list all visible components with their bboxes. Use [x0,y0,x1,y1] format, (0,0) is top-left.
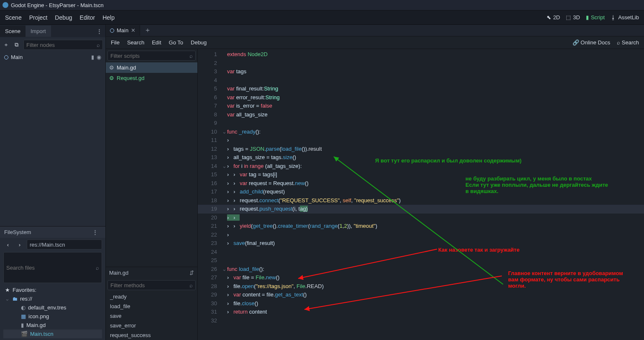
link-icon: 🔗 [572,39,581,46]
search-icon: ⌕ [617,39,622,46]
script-menu-goto[interactable]: Go To [169,39,183,46]
workspace-assetlib[interactable]: ⭳AssetLib [611,14,639,21]
node2d-icon [4,55,8,59]
tab-import[interactable]: Import [26,26,51,37]
document-tab[interactable]: Main ✕ [106,25,140,36]
scene-root-node[interactable]: Main ▮◉ [0,52,105,62]
tab-scene[interactable]: Scene [0,26,26,37]
script-list-item[interactable]: ⚙Main.gd [106,62,197,73]
search-icon: ⌕ [189,282,193,288]
code-editor[interactable]: 1extends Node2D23var tags45var final_res… [198,49,644,340]
script-crumb: Main.gd [109,270,128,276]
script-icon: ▮ [586,14,589,21]
folder-icon: 🖿 [12,296,18,302]
scene-icon: 🎬 [21,331,28,337]
fs-file[interactable]: 🎬Main.tscn [3,330,102,338]
fs-root[interactable]: ⌄🖿res:// [3,294,102,303]
image-icon: ▦ [21,313,26,319]
script-attached-icon[interactable]: ▮ [91,54,94,60]
search-icon: ⌕ [96,265,99,271]
download-icon: ⭳ [611,14,616,21]
cursor-icon: ⬉ [547,14,551,21]
link-button[interactable]: ⧉ [13,40,20,49]
filter-methods-input[interactable]: ⌕ [107,280,196,290]
nav-back-button[interactable]: ‹ [3,240,13,249]
method-item[interactable]: load_file [106,301,197,311]
online-docs-link[interactable]: 🔗 Online Docs [572,39,610,46]
workspace-3d[interactable]: ⬚3D [566,14,580,21]
new-tab-button[interactable]: ＋ [140,26,155,35]
script-menu-edit[interactable]: Edit [152,39,161,46]
fs-file[interactable]: ▮Main.gd [3,321,102,330]
window-title: Godot Engine - EtsyParser - Main.tscn [11,2,104,8]
fs-file[interactable]: ▦icon.png [3,312,102,321]
menu-debug[interactable]: Debug [55,14,72,21]
search-help-link[interactable]: ⌕ Search [617,39,639,46]
add-node-button[interactable]: ＋ [3,40,10,49]
close-tab-button[interactable]: ✕ [131,27,135,33]
gear-icon: ⚙ [109,75,114,81]
filter-nodes-input[interactable]: ⌕ [23,40,103,50]
search-icon: ⌕ [189,53,193,59]
fs-path[interactable]: res://Main.tscn [27,240,102,250]
scene-panel-tabs: Scene Import ⋮ [0,25,105,37]
filter-scripts-input[interactable]: ⌕ [107,51,196,61]
method-item[interactable]: request_success [106,330,197,340]
cube-icon: ⬚ [566,14,571,21]
script-icon: ▮ [21,322,24,328]
chevron-down-icon: ⌄ [5,296,10,302]
menu-project[interactable]: Project [29,14,48,21]
gear-icon: ⚙ [109,64,114,71]
sort-icon[interactable]: ⇵ [189,270,194,276]
menu-help[interactable]: Help [102,14,115,21]
fs-favorites[interactable]: ★Favorites: [3,286,102,294]
script-list-item[interactable]: ⚙Request.gd [106,73,197,83]
godot-logo-icon [3,2,8,8]
panel-menu-icon[interactable]: ⋮ [97,28,102,34]
script-menu-debug[interactable]: Debug [191,39,207,46]
nav-fwd-button[interactable]: › [15,240,24,249]
star-icon: ★ [5,287,10,293]
workspace-2d[interactable]: ⬉2D [547,14,560,21]
titlebar: Godot Engine - EtsyParser - Main.tscn [0,0,644,10]
filesystem-title: FileSystem [4,229,31,235]
script-menu-search[interactable]: Search [127,39,144,46]
script-menu-file[interactable]: File [111,39,120,46]
method-item[interactable]: save_error [106,321,197,330]
workspace-script[interactable]: ▮Script [586,14,605,21]
menu-scene[interactable]: Scene [5,14,22,21]
menubar: Scene Project Debug Editor Help ⬉2D ⬚3D … [0,10,644,25]
method-item[interactable]: save [106,311,197,321]
node2d-icon [110,28,114,33]
menu-editor[interactable]: Editor [80,14,95,21]
fs-menu-icon[interactable]: ⋮ [92,229,98,235]
fs-search-input[interactable]: ⌕ [3,252,102,283]
search-icon: ⌕ [97,42,100,48]
env-icon: ◐ [21,304,26,311]
fs-file[interactable]: ◐default_env.tres [3,303,102,312]
visibility-icon[interactable]: ◉ [97,54,101,60]
method-item[interactable]: _ready [106,292,197,301]
